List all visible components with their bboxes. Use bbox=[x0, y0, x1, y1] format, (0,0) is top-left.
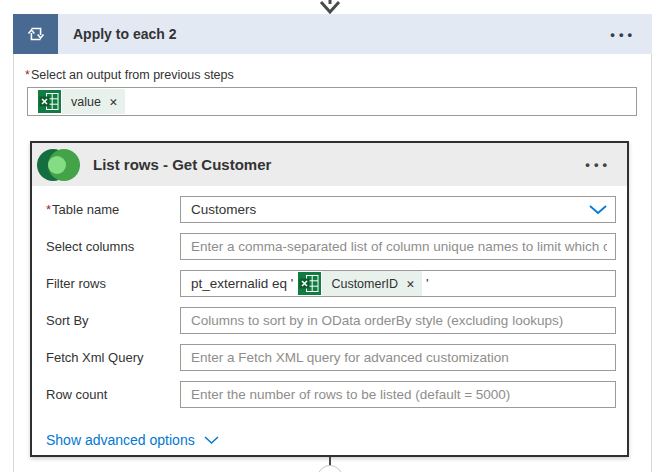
table-name-dropdown[interactable]: Customers bbox=[180, 196, 616, 223]
dataverse-icon bbox=[37, 143, 81, 187]
customerid-token-chip[interactable]: CustomerID ✕ bbox=[297, 271, 422, 296]
sort-by-input[interactable] bbox=[180, 307, 616, 334]
apply-to-each-header[interactable]: Apply to each 2 ••• bbox=[13, 14, 652, 54]
chip-label: value bbox=[71, 95, 101, 109]
list-rows-action-card: List rows - Get Customer ••• *Table name… bbox=[30, 141, 629, 457]
chevron-down-icon bbox=[204, 436, 219, 445]
excel-icon bbox=[297, 271, 322, 296]
field-row-sort-by: Sort By bbox=[46, 307, 616, 334]
flow-designer-canvas: Apply to each 2 ••• *Select an output fr… bbox=[0, 0, 655, 472]
action-card-body: *Table name Customers Select columns Fil… bbox=[32, 186, 627, 449]
field-row-filter-rows: Filter rows pt_externalid eq ' bbox=[46, 270, 616, 297]
required-asterisk: * bbox=[25, 68, 30, 82]
table-name-value: Customers bbox=[191, 202, 589, 217]
loop-icon bbox=[13, 14, 58, 54]
chevron-down-icon bbox=[589, 205, 607, 215]
show-advanced-options-link[interactable]: Show advanced options bbox=[46, 432, 219, 448]
field-row-row-count: Row count bbox=[46, 381, 616, 408]
excel-icon bbox=[37, 89, 62, 114]
action-menu-button[interactable]: ••• bbox=[585, 157, 627, 172]
filter-rows-input[interactable]: pt_externalid eq ' bbox=[180, 270, 616, 297]
field-row-select-columns: Select columns bbox=[46, 233, 616, 260]
chip-label: CustomerID bbox=[331, 277, 398, 291]
field-row-table-name: *Table name Customers bbox=[46, 196, 616, 223]
scope-title: Apply to each 2 bbox=[73, 26, 176, 42]
scope-menu-button[interactable]: ••• bbox=[610, 27, 652, 42]
remove-token-icon[interactable]: ✕ bbox=[109, 96, 118, 108]
field-row-fetch-xml-query: Fetch Xml Query bbox=[46, 344, 616, 371]
required-asterisk: * bbox=[46, 202, 51, 217]
filter-expression-suffix: ' bbox=[426, 276, 429, 291]
arrow-down-icon bbox=[316, 0, 344, 15]
action-title: List rows - Get Customer bbox=[93, 156, 271, 173]
remove-token-icon[interactable]: ✕ bbox=[406, 278, 415, 290]
filter-expression-prefix: pt_externalid eq ' bbox=[191, 276, 293, 291]
select-columns-input[interactable] bbox=[180, 233, 616, 260]
value-token-chip[interactable]: value ✕ bbox=[37, 89, 125, 114]
select-output-input[interactable]: value ✕ bbox=[27, 87, 637, 116]
select-output-label: *Select an output from previous steps bbox=[25, 68, 234, 82]
row-count-input[interactable] bbox=[180, 381, 616, 408]
fetch-xml-query-input[interactable] bbox=[180, 344, 616, 371]
action-card-header[interactable]: List rows - Get Customer ••• bbox=[32, 143, 627, 186]
